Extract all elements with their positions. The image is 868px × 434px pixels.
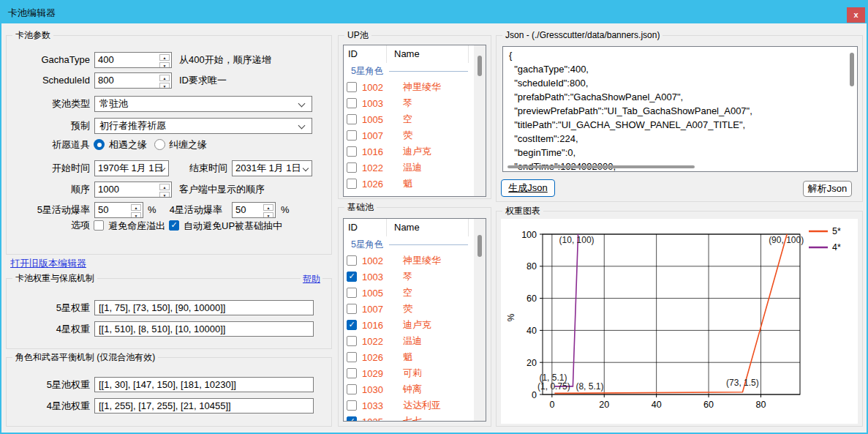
row-name: 可莉 — [403, 367, 422, 380]
table-row: 1022温迪 — [344, 333, 474, 349]
row-checkbox[interactable]: ✓ — [347, 320, 357, 330]
row-checkbox[interactable] — [347, 288, 357, 298]
radio-label[interactable]: 相遇之缘 — [109, 138, 147, 151]
close-icon[interactable]: x — [847, 7, 865, 23]
spinner-buttons[interactable]: ▲ ▼ — [159, 53, 170, 67]
generate-json-button[interactable]: 生成Json — [501, 179, 555, 197]
radio-label[interactable]: 纠缠之缘 — [169, 138, 207, 151]
base-pool-scrollbar[interactable] — [474, 219, 486, 421]
weight-group: 卡池权重与保底机制 帮助 5星权重 [[1, 75], [73, 150], [… — [6, 278, 332, 349]
row-checkbox[interactable]: ✓ — [347, 272, 357, 282]
spin-up-icon[interactable]: ▲ — [159, 54, 170, 61]
row-checkbox[interactable] — [347, 162, 357, 173]
row-id: 1029 — [362, 368, 393, 379]
pool-type-select[interactable]: 常驻池 — [94, 96, 312, 112]
row-checkbox[interactable] — [347, 98, 357, 108]
json-group: Json - (./Gresscutter/data/banners.json)… — [496, 35, 863, 202]
row-checkbox[interactable] — [347, 146, 357, 157]
wish-item-label: 祈愿道具 — [7, 138, 90, 151]
weight4-input[interactable]: [[1, 510], [8, 510], [10, 10000]] — [94, 321, 314, 337]
spin-down-icon[interactable]: ▼ — [263, 212, 273, 218]
spin-down-icon[interactable]: ▼ — [159, 192, 170, 198]
table-section-row: 5星角色 — [344, 63, 474, 79]
spin-up-icon[interactable]: ▲ — [159, 184, 170, 190]
group-title: 基础池 — [344, 202, 377, 212]
row-id: 1022 — [362, 336, 393, 347]
table-row: 1022温迪 — [344, 160, 474, 176]
svg-text:0: 0 — [532, 390, 537, 400]
check-icon: ✓ — [349, 416, 355, 421]
row-checkbox[interactable] — [347, 336, 357, 346]
checkbox-label[interactable]: 自动避免UP被基础抽中 — [184, 220, 282, 232]
json-scrollbar[interactable] — [847, 47, 857, 171]
spin-down-icon[interactable]: ▼ — [159, 62, 170, 68]
radio-meet-fate[interactable] — [94, 139, 105, 150]
scrollbar-thumb[interactable] — [478, 235, 482, 257]
chevron-down-icon — [298, 100, 306, 108]
row-id: 1016 — [362, 320, 393, 331]
row-id: 1016 — [362, 146, 393, 157]
table-row: ✓1016迪卢克 — [344, 317, 474, 333]
gacha-type-spinner[interactable]: 400 ▲ ▼ — [94, 52, 172, 68]
row-name: 空 — [403, 113, 412, 126]
spinner-buttons[interactable]: ▲ ▼ — [159, 183, 170, 196]
rate4-spinner[interactable]: 50 ▲ ▼ — [232, 202, 276, 218]
row-checkbox[interactable] — [347, 384, 357, 394]
up-pool-rows: IDName5星角色1002神里绫华1003琴1005空1007荧1016迪卢克… — [344, 45, 474, 196]
base-pool-table: IDName5星角色1002神里绫华✓1003琴1005空1007荧✓1016迪… — [343, 218, 486, 422]
row-checkbox[interactable] — [347, 114, 357, 124]
open-old-editor-link[interactable]: 打开旧版本编辑器 — [10, 257, 86, 270]
rate4-label: 4星活动爆率 — [139, 202, 222, 218]
svg-text:20: 20 — [527, 358, 537, 368]
svg-text:0: 0 — [549, 400, 554, 410]
row-checkbox[interactable]: ✓ — [347, 416, 357, 421]
group-title: 卡池权重与保底机制 — [12, 273, 97, 283]
order-spinner[interactable]: 1000 ▲ ▼ — [94, 182, 172, 198]
json-textarea[interactable]: { "gachaType":400, "scheduleId":800, "pr… — [502, 46, 858, 172]
row-checkbox[interactable] — [347, 130, 357, 141]
row-id: 1007 — [362, 130, 393, 141]
radio-intertwined-fate[interactable] — [154, 139, 165, 150]
spinner-buttons[interactable]: ▲ ▼ — [159, 74, 170, 87]
spin-up-icon[interactable]: ▲ — [263, 204, 273, 211]
row-checkbox[interactable] — [347, 304, 357, 314]
row-checkbox[interactable] — [347, 179, 357, 189]
group-title: 卡池参数 — [12, 30, 53, 40]
checkbox-label[interactable]: 避免命座溢出 — [108, 220, 165, 232]
preset-select[interactable]: 初行者推荐祈愿 — [94, 118, 312, 134]
base-pool-rows: IDName5星角色1002神里绫华✓1003琴1005空1007荧✓1016迪… — [344, 219, 474, 421]
pool-weight4-input[interactable]: [[1, 255], [17, 255], [21, 10455]] — [94, 398, 314, 414]
pool-weight4-value: [[1, 255], [17, 255], [21, 10455]] — [99, 400, 231, 411]
parse-json-button[interactable]: 解析Json — [803, 181, 852, 197]
table-row: 1005空 — [344, 111, 474, 127]
row-checkbox[interactable] — [347, 352, 357, 362]
scrollbar-thumb[interactable] — [478, 56, 482, 76]
spin-up-icon[interactable]: ▲ — [159, 75, 170, 81]
schedule-id-spinner[interactable]: 800 ▲ ▼ — [94, 72, 172, 89]
checkbox-auto-avoid-up-in-base[interactable]: ✓ — [169, 220, 179, 231]
row-checkbox[interactable] — [347, 400, 357, 411]
pool-weight5-input[interactable]: [[1, 30], [147, 150], [181, 10230]] — [94, 377, 314, 392]
schedule-id-label: ScheduleId — [7, 72, 90, 89]
row-checkbox[interactable] — [347, 368, 357, 378]
end-time-picker[interactable]: 2031年 1月 1日 — [232, 160, 312, 176]
up-pool-scrollbar[interactable] — [474, 45, 486, 196]
title-bar[interactable]: 卡池编辑器 x — [1, 1, 867, 23]
weight-chart: 020406080020406080100%(10, 100)(90, 100)… — [497, 212, 862, 426]
help-link[interactable]: 帮助 — [301, 273, 322, 285]
checkbox-avoid-constellation-overflow[interactable]: ✓ — [94, 220, 104, 231]
spin-down-icon[interactable]: ▼ — [159, 83, 170, 89]
spinner-buttons[interactable]: ▲ ▼ — [263, 203, 274, 217]
table-row: ✓1003琴 — [344, 269, 474, 285]
weight5-input[interactable]: [[1, 75], [73, 150], [90, 10000]] — [94, 300, 314, 315]
section-label: 5星角色 — [344, 239, 383, 251]
scrollbar-thumb[interactable] — [850, 53, 854, 86]
chevron-down-icon — [298, 122, 306, 130]
row-checkbox[interactable] — [347, 82, 357, 92]
rate5-spinner[interactable]: 50 ▲ ▼ — [94, 202, 143, 218]
order-hint: 客户端中显示的顺序 — [179, 182, 265, 198]
rate5-label: 5星活动爆率 — [7, 202, 90, 218]
row-name: 温迪 — [403, 334, 422, 348]
row-checkbox[interactable] — [347, 255, 357, 266]
json-hscrollbar-thumb[interactable] — [507, 165, 695, 168]
